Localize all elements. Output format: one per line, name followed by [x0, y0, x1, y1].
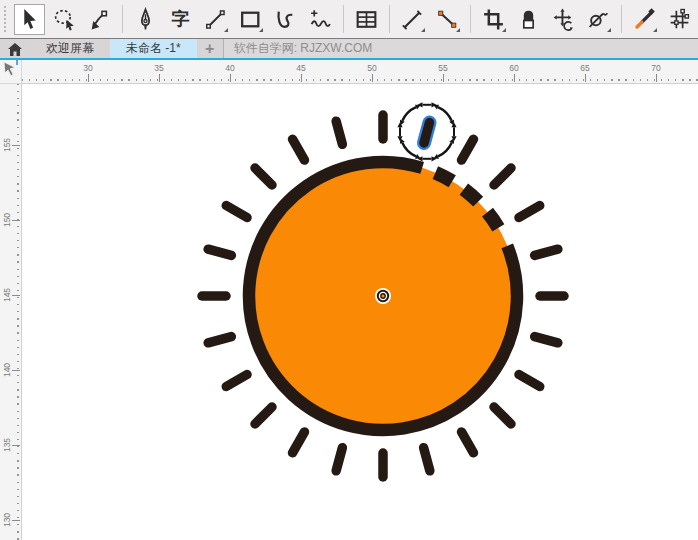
ruler-number: 135 [2, 435, 12, 455]
table-icon [354, 7, 379, 32]
horizontal-ruler[interactable]: 303540455055606570 [22, 60, 698, 84]
ruler-tick [301, 74, 302, 82]
ruler-number: 155 [2, 135, 12, 155]
freehand-pick-tool-button[interactable] [49, 4, 80, 35]
ruler-number: 40 [225, 63, 234, 73]
rotation-handle[interactable] [438, 107, 452, 121]
toolbar-grip[interactable] [2, 4, 8, 34]
ruler-tick [514, 74, 515, 82]
artistic-media-icon [308, 7, 333, 32]
ruler-tick [12, 220, 20, 221]
curve-icon [273, 7, 298, 32]
snap-indicator [16, 60, 18, 65]
flyout-arrow [653, 28, 657, 32]
sun-ray[interactable] [462, 139, 474, 160]
flyout-arrow [607, 28, 611, 32]
sun-ray[interactable] [519, 206, 540, 218]
tab-untitled-document[interactable]: 未命名 -1* [110, 39, 197, 60]
connector-tool-button[interactable] [432, 4, 463, 35]
sun-ray[interactable] [462, 432, 474, 453]
tab-welcome-label: 欢迎屏幕 [46, 40, 94, 57]
new-document-button[interactable]: + [197, 39, 223, 60]
flyout-arrow [456, 28, 460, 32]
rotation-handle[interactable] [402, 107, 416, 121]
free-transform-icon [551, 7, 576, 32]
text-tool-button[interactable]: 字 [165, 4, 196, 35]
ruler-tick [443, 74, 444, 82]
eraser-tool-button[interactable] [513, 4, 544, 35]
home-tab-button[interactable] [0, 39, 30, 60]
curve-tool-button[interactable] [270, 4, 301, 35]
ruler-tick [230, 74, 231, 82]
pen-icon [133, 7, 158, 32]
shape-tool-button[interactable] [84, 4, 115, 35]
mesh-fill-tool-button[interactable] [664, 4, 695, 35]
rectangle-tool-button[interactable] [235, 4, 266, 35]
tab-untitled-label: 未命名 -1* [126, 40, 181, 57]
ruler-number: 50 [367, 63, 376, 73]
sun-ray[interactable] [293, 432, 305, 453]
eyedropper-tool-button[interactable] [629, 4, 660, 35]
sun-ray[interactable] [226, 375, 247, 387]
ruler-number: 60 [509, 63, 518, 73]
toolbar-separator [122, 5, 123, 33]
ruler-number: 45 [296, 63, 305, 73]
ruler-number: 140 [2, 360, 12, 380]
plus-icon: + [205, 40, 214, 58]
toolbar-separator [343, 5, 344, 33]
drawing-canvas[interactable] [22, 84, 698, 540]
pick-icon [17, 7, 42, 32]
sun-ray[interactable] [255, 168, 272, 185]
ruler-tick [656, 74, 657, 82]
ruler-tick [12, 520, 20, 521]
distort-tool-button[interactable] [583, 4, 614, 35]
ruler-tick [12, 145, 20, 146]
sun-ray[interactable] [336, 121, 342, 144]
crop-tool-button[interactable] [478, 4, 509, 35]
sun-ray[interactable] [255, 407, 272, 424]
ruler-tick [12, 370, 20, 371]
free-transform-tool-button[interactable] [548, 4, 579, 35]
mesh-fill-icon [667, 7, 692, 32]
ruler-number: 55 [438, 63, 447, 73]
sun-ray[interactable] [535, 249, 558, 255]
dimension-tool-button[interactable] [397, 4, 428, 35]
sun-ray[interactable] [424, 448, 430, 471]
ruler-tick [372, 74, 373, 82]
sun-ray[interactable] [519, 375, 540, 387]
rotation-center-marker[interactable] [382, 295, 385, 298]
artistic-media-tool-button[interactable] [305, 4, 336, 35]
text-icon: 字 [172, 10, 190, 28]
freehand-pick-icon [52, 7, 77, 32]
ruler-number: 70 [651, 63, 660, 73]
line-tool-button[interactable] [200, 4, 231, 35]
sun-ray[interactable] [494, 168, 511, 185]
toolbar-separator [470, 5, 471, 33]
pick-tool-button[interactable] [14, 4, 45, 35]
rotation-handle[interactable] [402, 143, 416, 157]
ruler-tick [585, 74, 586, 82]
sun-ray[interactable] [336, 448, 342, 471]
sun-ray[interactable] [535, 337, 558, 343]
watermark-text: 软件自学网: RJZXW.COM [223, 39, 698, 60]
sun-ray[interactable] [208, 249, 231, 255]
rotation-handle[interactable] [438, 143, 452, 157]
flyout-arrow [502, 28, 506, 32]
sun-ray[interactable] [293, 139, 305, 160]
vertical-ruler[interactable]: 155150145140135130 [0, 84, 22, 540]
ruler-tick [88, 74, 89, 82]
ruler-tick [12, 445, 20, 446]
sun-ray[interactable] [226, 206, 247, 218]
flyout-arrow [224, 28, 228, 32]
tab-welcome-screen[interactable]: 欢迎屏幕 [30, 39, 110, 60]
pen-tool-button[interactable] [130, 4, 161, 35]
sun-ray[interactable] [494, 407, 511, 424]
eraser-icon [516, 7, 541, 32]
sun-artwork [22, 84, 698, 540]
home-icon [8, 43, 22, 56]
table-tool-button[interactable] [351, 4, 382, 35]
sun-ray[interactable] [208, 337, 231, 343]
document-tab-bar: 欢迎屏幕 未命名 -1* + 软件自学网: RJZXW.COM [0, 38, 698, 60]
selected-ray[interactable] [424, 123, 429, 143]
shape-icon [87, 7, 112, 32]
